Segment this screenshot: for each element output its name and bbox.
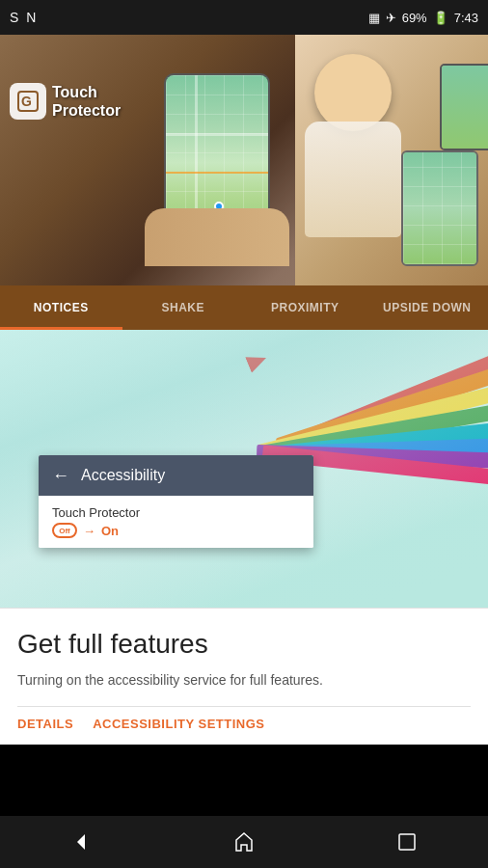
app-logo: G Touch Protector [10, 83, 121, 120]
svg-marker-2 [77, 834, 85, 850]
svg-rect-3 [399, 834, 415, 850]
main-content: ← Accessibility Touch Protector Off → On… [0, 330, 488, 745]
tab-shake[interactable]: SHAKE [122, 285, 245, 330]
accessibility-card: ← Accessibility Touch Protector Off → On [39, 455, 313, 548]
off-badge: Off [52, 523, 77, 538]
features-links: DETAILS ACCESSIBILITY SETTINGS [17, 707, 471, 731]
back-arrow-icon[interactable]: ← [52, 466, 69, 486]
logo-icon: G [10, 83, 46, 120]
logo-text: Touch Protector [52, 83, 121, 120]
tab-upsidedown[interactable]: UPSIDE DOWN [366, 285, 489, 330]
recent-button[interactable] [383, 823, 431, 861]
airplane-icon: ✈ [386, 11, 396, 25]
s-icon: S [10, 10, 18, 25]
back-button[interactable] [57, 823, 105, 861]
hero-banner: G Touch Protector [0, 35, 488, 285]
accessibility-row[interactable]: Touch Protector Off → On [39, 496, 313, 548]
n-icon: N [26, 10, 36, 25]
battery-level: 69% [402, 11, 427, 25]
clock: 7:43 [454, 11, 478, 25]
features-description: Turning on the accessibility service for… [17, 670, 471, 691]
accessibility-title: Accessibility [81, 467, 165, 484]
arrow-right-icon: → [83, 524, 95, 538]
bottom-navigation [0, 816, 488, 868]
tab-bar: NOTICES SHAKE PROXIMITY UPSIDE DOWN [0, 285, 488, 330]
tab-notices[interactable]: NOTICES [0, 285, 122, 330]
accessibility-header: ← Accessibility [39, 455, 313, 496]
status-bar: S N ▦ ✈ 69% 🔋 7:43 [0, 0, 488, 35]
accessibility-toggle-row: Off → On [52, 523, 140, 538]
vibrate-icon: ▦ [368, 11, 380, 25]
features-title: Get full features [17, 628, 471, 661]
on-label: On [101, 524, 119, 538]
accessibility-settings-link[interactable]: ACCESSIBILITY SETTINGS [93, 717, 264, 731]
home-button[interactable] [220, 823, 268, 861]
accessibility-app-name: Touch Protector [52, 505, 140, 520]
features-section: Get full features Turning on the accessi… [0, 608, 488, 745]
phone-hand [145, 73, 289, 266]
details-link[interactable]: DETAILS [17, 717, 73, 731]
svg-text:G: G [21, 94, 32, 109]
baby-image [295, 35, 488, 285]
tab-proximity[interactable]: PROXIMITY [244, 285, 366, 330]
right-phone [401, 150, 478, 266]
battery-icon: 🔋 [433, 11, 448, 25]
